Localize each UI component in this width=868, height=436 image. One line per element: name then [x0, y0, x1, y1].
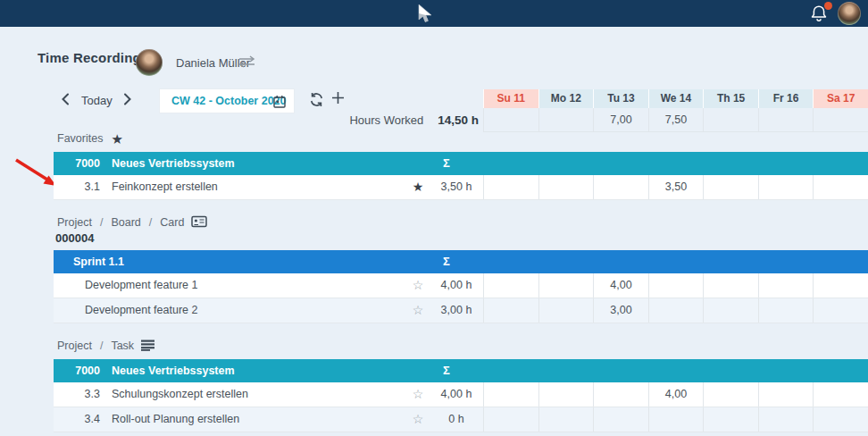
time-entry-cell[interactable]: [538, 407, 594, 432]
breadcrumb-project-board-card: Project/Board/Card: [57, 214, 207, 230]
time-entry-cell[interactable]: [483, 382, 538, 407]
time-entry-cell[interactable]: 4,00: [648, 382, 704, 407]
favorites-star-icon[interactable]: ★: [111, 132, 122, 146]
time-entry-cell[interactable]: [703, 273, 758, 298]
task-total-hours: 4,00 h: [421, 382, 492, 407]
project-title: Neues Vertriebssystem: [112, 359, 235, 382]
time-entry-cell[interactable]: [538, 382, 594, 407]
breadcrumb-item-task[interactable]: Task: [111, 340, 134, 352]
switch-user-icon[interactable]: [238, 55, 256, 71]
breadcrumb-separator: /: [100, 216, 103, 229]
sum-sigma-symbol: Σ: [436, 359, 457, 382]
time-entry-cell[interactable]: [758, 273, 814, 298]
time-entry-cell[interactable]: [813, 273, 868, 298]
time-entry-cell[interactable]: [813, 407, 868, 432]
time-entry-cell[interactable]: 3,00: [593, 298, 648, 323]
day-header-mo-12: Mo 12: [538, 89, 594, 108]
task-total-hours: 3,50 h: [421, 175, 492, 199]
day-header-th-15: Th 15: [703, 89, 758, 108]
day-total-cell[interactable]: [813, 108, 868, 132]
sum-sigma-symbol: Σ: [436, 152, 457, 175]
day-total-cell[interactable]: [483, 108, 538, 132]
hours-worked-total: 14,50 h: [438, 113, 479, 127]
topbar-avatar[interactable]: [838, 2, 861, 25]
breadcrumb-item-project[interactable]: Project: [57, 340, 92, 352]
next-week-button[interactable]: [123, 93, 132, 109]
task-number: 3.3: [54, 382, 100, 407]
time-entry-cell[interactable]: [648, 273, 704, 298]
task-total-hours: 3,00 h: [421, 298, 492, 323]
today-button[interactable]: Today: [81, 94, 113, 107]
section-header-favorites[interactable]: 7000Neues VertriebssystemΣ: [54, 152, 868, 175]
sum-sigma-symbol: Σ: [436, 250, 457, 273]
task-total-hours: 4,00 h: [421, 273, 492, 298]
breadcrumb-item-card[interactable]: Card: [160, 216, 184, 229]
notifications-bell-icon[interactable]: [809, 4, 830, 25]
user-avatar: [136, 49, 163, 76]
time-entry-cell[interactable]: [648, 298, 704, 323]
time-entry-cell[interactable]: [703, 407, 758, 432]
list-icon: [141, 340, 154, 351]
task-title: Development feature 1: [85, 273, 197, 298]
section-board: Sprint 1.1ΣDevelopment feature 1☆4,00 h4…: [54, 250, 868, 323]
time-entry-cell[interactable]: [758, 175, 814, 199]
task-title: Development feature 2: [85, 298, 197, 323]
project-title: Neues Vertriebssystem: [112, 152, 235, 175]
time-entry-cell[interactable]: [703, 298, 758, 323]
time-entry-cell[interactable]: [813, 382, 868, 407]
time-entry-cell[interactable]: [538, 175, 594, 199]
time-entry-cell[interactable]: [593, 175, 648, 199]
favorites-label-text: Favorites: [57, 132, 103, 145]
time-entry-cell[interactable]: 3,50: [648, 175, 704, 199]
day-total-cell[interactable]: [538, 108, 594, 132]
mouse-cursor-icon: [418, 4, 432, 28]
task-row[interactable]: Development feature 2☆3,00 h3,00: [54, 298, 868, 323]
time-entry-cell[interactable]: [703, 175, 758, 199]
section-task: 7000Neues VertriebssystemΣ3.3Schulungsko…: [54, 359, 868, 432]
breadcrumb-item-board[interactable]: Board: [111, 216, 140, 229]
time-entry-cell[interactable]: [813, 175, 868, 199]
day-header-fr-16: Fr 16: [758, 89, 814, 108]
time-entry-cell[interactable]: [483, 407, 538, 432]
day-total-cell[interactable]: [703, 108, 758, 132]
task-row[interactable]: 3.3Schulungskonzept erstellen☆4,00 h4,00: [54, 382, 868, 407]
task-title: Feinkonzept erstellen: [112, 175, 218, 199]
day-total-cell[interactable]: 7,50: [648, 108, 704, 132]
breadcrumb-separator: /: [100, 340, 103, 352]
breadcrumb-separator: /: [149, 216, 152, 229]
time-entry-cell[interactable]: [593, 407, 648, 432]
hours-worked-summary: Hours Worked 14,50 h: [250, 108, 479, 132]
task-title: Roll-out Planung erstellen: [112, 407, 239, 432]
card-number: 000004: [55, 231, 94, 245]
section-favorites: 7000Neues VertriebssystemΣ3.1Feinkonzept…: [54, 152, 868, 200]
add-entry-plus-icon[interactable]: [331, 91, 345, 108]
time-entry-cell[interactable]: [538, 273, 594, 298]
day-total-cell[interactable]: 7,00: [593, 108, 648, 132]
time-entry-cell[interactable]: [813, 298, 868, 323]
notification-badge: [824, 2, 832, 10]
day-total-cell[interactable]: [758, 108, 814, 132]
time-entry-cell[interactable]: [538, 298, 594, 323]
task-number: 3.4: [54, 407, 100, 432]
hours-worked-label: Hours Worked: [349, 113, 423, 127]
task-row[interactable]: 3.4Roll-out Planung erstellen☆0 h: [54, 407, 868, 432]
project-code: 7000: [54, 152, 100, 175]
task-row[interactable]: Development feature 1☆4,00 h4,00: [54, 273, 868, 298]
task-row[interactable]: 3.1Feinkonzept erstellen★3,50 h3,50: [54, 175, 868, 200]
time-entry-cell[interactable]: [483, 298, 538, 323]
time-entry-cell[interactable]: [483, 175, 538, 199]
previous-week-button[interactable]: [61, 93, 70, 109]
task-number: 3.1: [54, 175, 100, 199]
section-header-task[interactable]: 7000Neues VertriebssystemΣ: [54, 359, 868, 382]
time-entry-cell[interactable]: 4,00: [593, 273, 648, 298]
time-entry-cell[interactable]: [648, 407, 704, 432]
time-entry-cell[interactable]: [758, 382, 814, 407]
breadcrumb-item-project[interactable]: Project: [57, 216, 92, 229]
time-entry-cell[interactable]: [703, 382, 758, 407]
time-entry-cell[interactable]: [593, 382, 648, 407]
time-entry-cell[interactable]: [483, 273, 538, 298]
time-entry-cell[interactable]: [758, 407, 814, 432]
time-entry-cell[interactable]: [758, 298, 814, 323]
task-title: Schulungskonzept erstellen: [112, 382, 248, 407]
section-header-board[interactable]: Sprint 1.1Σ: [54, 250, 868, 273]
